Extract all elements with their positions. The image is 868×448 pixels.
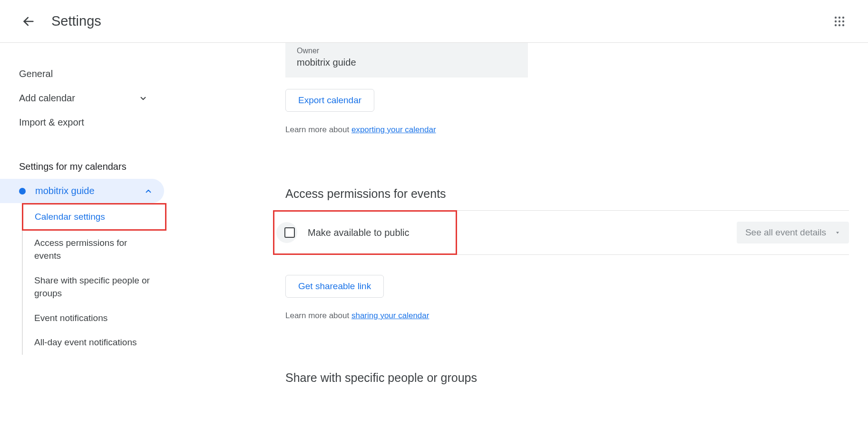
sharing-calendar-link[interactable]: sharing your calendar bbox=[351, 311, 429, 320]
chevron-down-icon bbox=[139, 94, 147, 103]
make-public-highlight: Make available to public bbox=[273, 210, 457, 255]
svg-point-9 bbox=[842, 24, 844, 26]
svg-point-1 bbox=[835, 16, 837, 18]
svg-marker-10 bbox=[836, 232, 839, 234]
dropdown-caret-icon bbox=[835, 230, 840, 235]
exporting-calendar-link[interactable]: exporting your calendar bbox=[351, 125, 436, 134]
header-left: Settings bbox=[19, 12, 101, 31]
header: Settings bbox=[0, 0, 868, 43]
subitem-share-specific[interactable]: Share with specific people or groups bbox=[23, 268, 166, 306]
access-permissions-box: Make available to public See all event d… bbox=[285, 210, 849, 255]
owner-box: Owner mobitrix guide bbox=[285, 43, 528, 78]
sidebar-calendar-mobitrix[interactable]: mobitrix guide bbox=[0, 179, 164, 203]
sidebar-item-general[interactable]: General bbox=[0, 62, 166, 86]
main-content: Owner mobitrix guide Export calendar Lea… bbox=[166, 43, 868, 448]
google-apps-button[interactable] bbox=[830, 12, 849, 31]
arrow-left-icon bbox=[22, 15, 35, 28]
sidebar-label: Add calendar bbox=[19, 93, 75, 104]
access-permissions-heading: Access permissions for events bbox=[285, 187, 849, 201]
chevron-up-icon bbox=[144, 187, 153, 195]
sidebar-section-title: Settings for my calendars bbox=[0, 155, 166, 179]
make-public-checkbox[interactable] bbox=[284, 227, 295, 238]
event-details-dropdown[interactable]: See all event details bbox=[737, 222, 849, 243]
subitem-calendar-settings[interactable]: Calendar settings bbox=[22, 203, 166, 231]
page-title: Settings bbox=[51, 13, 101, 29]
svg-point-3 bbox=[842, 16, 844, 18]
share-learn-more: Learn more about sharing your calendar bbox=[285, 311, 849, 321]
subitem-access-permissions[interactable]: Access permissions for events bbox=[23, 231, 166, 268]
svg-point-8 bbox=[839, 24, 840, 26]
subitem-allday-notifications[interactable]: All-day event notifications bbox=[23, 330, 166, 355]
sidebar-label: General bbox=[19, 68, 53, 79]
dropdown-label: See all event details bbox=[745, 227, 826, 238]
back-button[interactable] bbox=[19, 12, 38, 31]
svg-point-2 bbox=[839, 16, 840, 18]
apps-grid-icon bbox=[834, 16, 845, 27]
export-learn-more: Learn more about exporting your calendar bbox=[285, 125, 849, 135]
subitem-event-notifications[interactable]: Event notifications bbox=[23, 306, 166, 331]
checkbox-wrap bbox=[276, 222, 297, 243]
make-public-label: Make available to public bbox=[308, 227, 409, 238]
calendar-color-dot bbox=[19, 188, 26, 195]
sidebar: General Add calendar Import & export Set… bbox=[0, 43, 166, 448]
share-specific-heading: Share with specific people or groups bbox=[285, 371, 849, 385]
calendar-name: mobitrix guide bbox=[35, 185, 95, 196]
svg-point-6 bbox=[842, 20, 844, 22]
sidebar-subitems: Calendar settings Access permissions for… bbox=[22, 203, 166, 355]
get-shareable-link-button[interactable]: Get shareable link bbox=[285, 275, 384, 298]
owner-value: mobitrix guide bbox=[297, 57, 517, 68]
svg-point-7 bbox=[835, 24, 837, 26]
svg-point-4 bbox=[835, 20, 837, 22]
svg-point-5 bbox=[839, 20, 840, 22]
make-public-row: Make available to public See all event d… bbox=[285, 211, 849, 254]
owner-label: Owner bbox=[297, 47, 517, 55]
sidebar-item-import-export[interactable]: Import & export bbox=[0, 110, 166, 135]
sidebar-item-add-calendar[interactable]: Add calendar bbox=[0, 86, 166, 110]
sidebar-label: Import & export bbox=[19, 117, 84, 128]
export-calendar-button[interactable]: Export calendar bbox=[285, 89, 374, 112]
